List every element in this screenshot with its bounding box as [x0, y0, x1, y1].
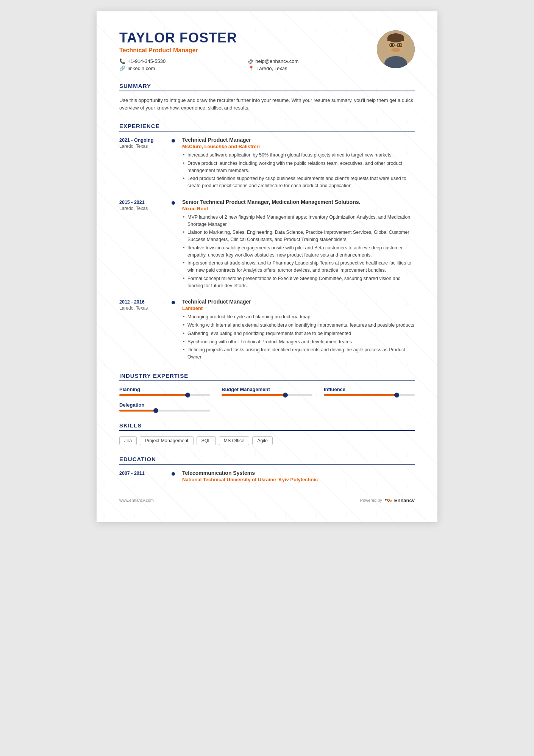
- candidate-title: Technical Product Manager: [119, 47, 369, 54]
- exp-right-1: Technical Product Manager McClure, Leusc…: [178, 137, 415, 191]
- experience-entry-1: 2021 - Ongoing Laredo, Texas Technical P…: [119, 137, 415, 191]
- phone-icon: 📞: [119, 58, 125, 64]
- email-item: @ help@enhancv.com: [248, 58, 369, 64]
- exp-dot-1: [172, 139, 175, 142]
- expertise-grid: Planning Budget Management Influence: [119, 387, 415, 412]
- skill-msoffice: MS Office: [219, 436, 250, 445]
- location-item: 📍 Laredo, Texas: [248, 66, 369, 71]
- skill-sql: SQL: [197, 436, 216, 445]
- footer: www.enhancv.com Powered by Enhancv: [119, 498, 415, 503]
- expertise-delegation: Delegation: [119, 402, 210, 412]
- phone-value: +1-914-345-5530: [128, 58, 166, 64]
- education-title: EDUCATION: [119, 456, 415, 465]
- svg-point-11: [399, 44, 401, 46]
- exp-company-2: Nixue Root: [182, 206, 415, 211]
- bullet-3-4: Synchronizing with other Technical Produ…: [182, 338, 415, 346]
- bullet-1-1: Increased software application by 50% th…: [182, 152, 415, 159]
- header-left: TAYLOR FOSTER Technical Product Manager …: [119, 30, 369, 71]
- expertise-planning: Planning: [119, 387, 210, 396]
- expertise-influence-bar: [324, 394, 415, 396]
- expertise-budget-fill: [222, 394, 285, 396]
- skill-pm: Project Management: [140, 436, 193, 445]
- expertise-delegation-label: Delegation: [119, 402, 210, 408]
- expertise-title: INDUSTRY EXPERTISE: [119, 373, 415, 381]
- exp-location-2: Laredo, Texas: [119, 206, 169, 211]
- edu-dot-1: [172, 472, 175, 476]
- email-value: help@enhancv.com: [255, 58, 298, 64]
- bullet-2-3: Iterative Invision usability engagements…: [182, 244, 415, 259]
- expertise-delegation-dot: [153, 408, 158, 413]
- summary-section: SUMMARY Use this opportunity to intrigue…: [119, 83, 415, 113]
- expertise-influence: Influence: [324, 387, 415, 396]
- edu-right-1: Telecommunication Systems National Techn…: [178, 470, 415, 482]
- email-icon: @: [248, 58, 253, 64]
- skills-list: Jira Project Management SQL MS Office Ag…: [119, 436, 415, 445]
- skills-section: SKILLS Jira Project Management SQL MS Of…: [119, 422, 415, 445]
- expertise-section: INDUSTRY EXPERTISE Planning Budget Manag…: [119, 373, 415, 412]
- avatar: [377, 30, 415, 68]
- experience-title: EXPERIENCE: [119, 123, 415, 131]
- exp-date-3: 2012 - 2016: [119, 299, 169, 305]
- bullet-2-5: Formal concept milestone presentations t…: [182, 275, 415, 290]
- experience-entry-3: 2012 - 2016 Laredo, Texas Technical Prod…: [119, 299, 415, 362]
- expertise-influence-dot: [394, 393, 399, 398]
- expertise-budget-dot: [283, 393, 288, 398]
- exp-left-3: 2012 - 2016 Laredo, Texas: [119, 299, 169, 362]
- enhancv-logo: Enhancv: [384, 498, 415, 503]
- edu-date-1: 2007 - 2011: [119, 471, 169, 476]
- exp-bullets-2: MVP launches of 2 new flagship Med Manag…: [182, 214, 415, 290]
- brand-name: Enhancv: [394, 498, 415, 503]
- expertise-budget: Budget Management: [222, 387, 312, 396]
- exp-location-1: Laredo, Texas: [119, 144, 169, 149]
- location-icon: 📍: [248, 66, 254, 71]
- exp-job-title-2: Senior Technical Product Manager, Medica…: [182, 199, 415, 205]
- bullet-1-2: Drove product launches including working…: [182, 160, 415, 174]
- summary-text: Use this opportunity to intrigue and dra…: [119, 97, 415, 113]
- exp-bullets-1: Increased software application by 50% th…: [182, 152, 415, 189]
- expertise-planning-fill: [119, 394, 187, 396]
- header: TAYLOR FOSTER Technical Product Manager …: [119, 30, 415, 71]
- edu-school-1: National Technical University of Ukraine…: [182, 477, 415, 482]
- exp-date-2: 2015 - 2021: [119, 200, 169, 205]
- exp-left-1: 2021 - Ongoing Laredo, Texas: [119, 137, 169, 191]
- footer-website: www.enhancv.com: [119, 498, 154, 502]
- contact-info: 📞 +1-914-345-5530 @ help@enhancv.com 🔗 l…: [119, 58, 369, 71]
- bullet-2-1: MVP launches of 2 new flagship Med Manag…: [182, 214, 415, 228]
- candidate-name: TAYLOR FOSTER: [119, 30, 369, 45]
- bullet-3-3: Gathering, evaluating and prioritizing r…: [182, 330, 415, 337]
- expertise-budget-bar: [222, 394, 312, 396]
- edu-center-1: [169, 470, 178, 482]
- experience-section: EXPERIENCE 2021 - Ongoing Laredo, Texas …: [119, 123, 415, 362]
- exp-right-2: Senior Technical Product Manager, Medica…: [178, 199, 415, 291]
- bullet-2-4: In-person demos at trade-shows, and to P…: [182, 260, 415, 274]
- bullet-3-1: Managing product life cycle and planning…: [182, 313, 415, 321]
- summary-title: SUMMARY: [119, 83, 415, 91]
- phone-item: 📞 +1-914-345-5530: [119, 58, 240, 64]
- exp-job-title-1: Technical Product Manager: [182, 137, 415, 143]
- footer-brand: Powered by Enhancv: [360, 498, 415, 503]
- linkedin-value: linkedin.com: [128, 66, 155, 71]
- expertise-budget-label: Budget Management: [222, 387, 312, 392]
- exp-company-3: Lambent: [182, 305, 415, 311]
- exp-location-3: Laredo, Texas: [119, 305, 169, 311]
- bullet-2-2: Liaison to Marketing, Sales, Engineering…: [182, 229, 415, 243]
- location-value: Laredo, Texas: [256, 66, 287, 71]
- experience-entry-2: 2015 - 2021 Laredo, Texas Senior Technic…: [119, 199, 415, 291]
- exp-right-3: Technical Product Manager Lambent Managi…: [178, 299, 415, 362]
- expertise-delegation-fill: [119, 410, 156, 412]
- bullet-3-5: Defining projects and tasks arising from…: [182, 346, 415, 361]
- svg-point-12: [391, 48, 400, 52]
- exp-job-title-3: Technical Product Manager: [182, 299, 415, 305]
- exp-dot-3: [172, 301, 175, 304]
- skill-agile: Agile: [252, 436, 273, 445]
- education-section: EDUCATION 2007 - 2011 Telecommunication …: [119, 456, 415, 482]
- skills-title: SKILLS: [119, 422, 415, 431]
- linkedin-icon: 🔗: [119, 66, 125, 71]
- expertise-delegation-bar: [119, 410, 210, 412]
- svg-point-10: [391, 44, 393, 46]
- exp-center-3: [169, 299, 178, 362]
- bullet-3-2: Working with internal and external stake…: [182, 322, 415, 329]
- skill-jira: Jira: [119, 436, 137, 445]
- resume-container: ✓ TAYLOR FOSTER Technical Product Manage…: [97, 11, 437, 522]
- exp-bullets-3: Managing product life cycle and planning…: [182, 313, 415, 361]
